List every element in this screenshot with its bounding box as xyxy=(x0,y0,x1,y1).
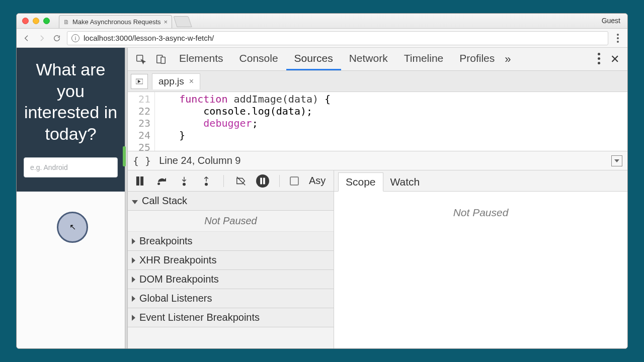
pretty-print-button[interactable]: { } xyxy=(133,155,151,167)
address-bar[interactable]: i localhost:3000/lesson-3-async-w-fetch/ xyxy=(67,31,608,45)
close-window-button[interactable] xyxy=(22,18,29,24)
svg-rect-5 xyxy=(141,176,143,185)
close-devtools-button[interactable]: ✕ xyxy=(610,53,619,66)
statusbar-menu-button[interactable] xyxy=(611,155,622,166)
file-tab-appjs[interactable]: app.js × xyxy=(152,73,200,89)
pause-on-exceptions-button[interactable] xyxy=(256,174,269,188)
tab-scope[interactable]: Scope xyxy=(338,172,383,192)
page-body: ↖ xyxy=(17,192,125,348)
pause-button[interactable] xyxy=(133,174,147,188)
async-checkbox[interactable] xyxy=(290,176,299,186)
chevron-right-icon xyxy=(132,274,135,285)
chevron-right-icon xyxy=(132,235,135,247)
inspect-element-button[interactable] xyxy=(131,51,151,67)
search-input[interactable] xyxy=(24,157,118,177)
section-global-listeners[interactable]: Global Listeners xyxy=(128,289,334,308)
svg-point-8 xyxy=(205,183,208,186)
step-over-button[interactable] xyxy=(155,174,169,188)
debugger-right-pane: Scope Watch Not Paused xyxy=(334,170,627,348)
chevron-right-icon xyxy=(132,254,135,266)
forward-button[interactable] xyxy=(37,33,47,43)
cursor-highlight-icon: ↖ xyxy=(57,212,88,243)
device-toolbar-button[interactable] xyxy=(151,51,171,67)
url-text: localhost:3000/lesson-3-async-w-fetch/ xyxy=(84,34,214,42)
tab-elements[interactable]: Elements xyxy=(171,48,231,70)
browser-window: Make Asynchronous Requests × Guest i loc… xyxy=(16,13,628,349)
section-xhr-breakpoints[interactable]: XHR Breakpoints xyxy=(128,251,334,270)
section-breakpoints[interactable]: Breakpoints xyxy=(128,232,334,251)
page-heading: What are you interested in today? xyxy=(24,59,118,144)
svg-rect-9 xyxy=(261,178,262,184)
new-tab-button[interactable] xyxy=(174,16,192,27)
editor-statusbar: { } Line 24, Column 9 xyxy=(128,151,627,170)
devtools-menu-button[interactable] xyxy=(598,53,600,66)
titlebar: Make Asynchronous Requests × Guest xyxy=(17,14,627,29)
async-label: Asy xyxy=(309,175,326,187)
nav-toolbar: i localhost:3000/lesson-3-async-w-fetch/ xyxy=(17,29,627,48)
chevron-right-icon xyxy=(132,312,135,323)
file-tabstrip: app.js × xyxy=(128,71,627,92)
debugger-left-pane: Asy Call Stack Not Paused Breakpoints XH… xyxy=(128,170,334,348)
debugger-controls: Asy xyxy=(128,170,334,192)
svg-rect-4 xyxy=(137,176,139,185)
browser-menu-button[interactable] xyxy=(613,34,622,43)
site-info-icon[interactable]: i xyxy=(71,34,79,42)
back-button[interactable] xyxy=(22,33,32,43)
minimize-window-button[interactable] xyxy=(33,18,39,24)
scope-watch-tabs: Scope Watch xyxy=(334,170,627,192)
code-editor[interactable]: 212223242526 function addImage(data) { c… xyxy=(128,92,627,151)
page-preview: What are you interested in today? ↖ xyxy=(17,48,125,348)
section-event-breakpoints[interactable]: Event Listener Breakpoints xyxy=(128,308,334,327)
devtools-panel: Elements Console Sources Network Timelin… xyxy=(128,48,627,348)
show-navigator-button[interactable] xyxy=(131,74,148,89)
call-stack-status: Not Paused xyxy=(128,211,334,232)
line-gutter: 212223242526 xyxy=(128,92,155,151)
section-call-stack[interactable]: Call Stack xyxy=(128,192,334,211)
file-tab-label: app.js xyxy=(158,76,184,87)
profile-label[interactable]: Guest xyxy=(602,17,620,25)
step-into-button[interactable] xyxy=(177,174,191,188)
chevron-down-icon xyxy=(132,195,138,207)
debugger-panes: Asy Call Stack Not Paused Breakpoints XH… xyxy=(128,170,627,348)
page-hero: What are you interested in today? xyxy=(17,48,125,192)
tab-network[interactable]: Network xyxy=(341,48,396,70)
tab-watch[interactable]: Watch xyxy=(383,173,427,191)
section-dom-breakpoints[interactable]: DOM Breakpoints xyxy=(128,270,334,289)
deactivate-breakpoints-button[interactable] xyxy=(234,174,248,188)
window-controls xyxy=(17,18,50,24)
tab-console[interactable]: Console xyxy=(231,48,286,70)
devtools-tabbar: Elements Console Sources Network Timelin… xyxy=(128,48,627,71)
close-file-button[interactable]: × xyxy=(189,77,194,86)
svg-point-7 xyxy=(183,183,186,186)
scope-status: Not Paused xyxy=(453,207,509,219)
svg-point-6 xyxy=(158,183,160,185)
page-icon xyxy=(63,18,69,26)
code-content: function addImage(data) { console.log(da… xyxy=(155,92,627,151)
cursor-arrow-icon: ↖ xyxy=(69,222,76,232)
tabs-overflow-button[interactable]: » xyxy=(505,53,511,66)
browser-tab[interactable]: Make Asynchronous Requests × xyxy=(59,15,172,28)
close-tab-button[interactable]: × xyxy=(164,18,168,26)
submit-button-sliver[interactable] xyxy=(123,146,126,166)
tab-sources[interactable]: Sources xyxy=(286,48,341,70)
reload-button[interactable] xyxy=(52,33,62,43)
chevron-right-icon xyxy=(132,293,135,304)
tab-profiles[interactable]: Profiles xyxy=(451,48,503,70)
svg-rect-2 xyxy=(161,57,165,63)
tab-timeline[interactable]: Timeline xyxy=(396,48,452,70)
browser-tab-title: Make Asynchronous Requests xyxy=(72,18,161,26)
svg-rect-10 xyxy=(264,178,265,184)
cursor-position: Line 24, Column 9 xyxy=(159,155,240,166)
step-out-button[interactable] xyxy=(199,174,213,188)
maximize-window-button[interactable] xyxy=(43,18,50,24)
